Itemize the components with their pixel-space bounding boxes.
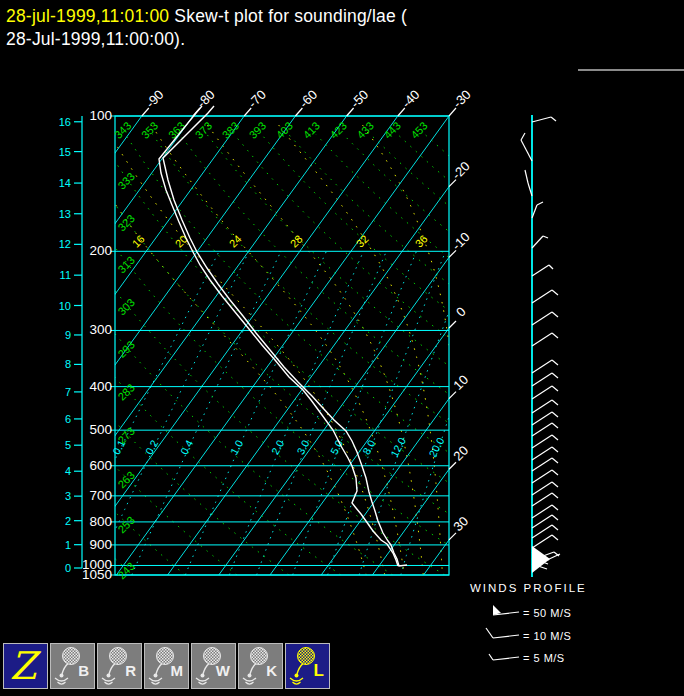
svg-text:2: 2 bbox=[65, 515, 71, 527]
pressure-axis-labels: 10020030040050060070080090010001050 bbox=[82, 108, 112, 582]
svg-text:400: 400 bbox=[89, 379, 112, 394]
svg-text:-20: -20 bbox=[449, 159, 473, 183]
svg-text:7: 7 bbox=[65, 386, 71, 398]
svg-text:5.0: 5.0 bbox=[328, 438, 346, 457]
svg-text:200: 200 bbox=[89, 243, 112, 258]
svg-text:413: 413 bbox=[301, 119, 322, 140]
zebra-logo-icon: Z bbox=[4, 644, 47, 688]
svg-text:8: 8 bbox=[65, 358, 71, 370]
svg-text:WINDS PROFILE: WINDS PROFILE bbox=[470, 582, 587, 594]
toolbar-button-letter: L bbox=[314, 661, 324, 681]
svg-text:293: 293 bbox=[115, 338, 136, 359]
svg-text:700: 700 bbox=[89, 488, 112, 503]
wind-barbs bbox=[521, 117, 560, 573]
svg-text:500: 500 bbox=[89, 422, 112, 437]
svg-text:0.4: 0.4 bbox=[178, 438, 196, 457]
svg-text:383: 383 bbox=[220, 119, 241, 140]
svg-text:313: 313 bbox=[115, 254, 136, 275]
svg-text:30: 30 bbox=[450, 513, 471, 534]
svg-text:16: 16 bbox=[59, 116, 71, 128]
svg-text:900: 900 bbox=[89, 537, 112, 552]
svg-text:300: 300 bbox=[89, 322, 112, 337]
svg-text:10: 10 bbox=[59, 300, 71, 312]
toolbar-button-letter: K bbox=[266, 662, 277, 679]
svg-text:-30: -30 bbox=[450, 87, 474, 111]
svg-text:333: 333 bbox=[115, 170, 136, 191]
temperature-trace bbox=[163, 106, 407, 566]
svg-text:323: 323 bbox=[115, 212, 136, 233]
toolbar: ZBRMWKL bbox=[3, 643, 330, 689]
svg-text:3: 3 bbox=[65, 490, 71, 502]
svg-text:253: 253 bbox=[115, 514, 136, 535]
svg-text:-90: -90 bbox=[143, 87, 167, 111]
svg-text:8.0: 8.0 bbox=[360, 438, 378, 457]
toolbar-button-zebra-logo[interactable]: Z bbox=[3, 643, 48, 689]
svg-text:600: 600 bbox=[89, 458, 112, 473]
toolbar-button-letter: M bbox=[171, 662, 184, 679]
svg-text:= 5 M/S: = 5 M/S bbox=[523, 652, 565, 664]
svg-text:373: 373 bbox=[193, 119, 214, 140]
app-window: 28-jul-1999,11:01:00 Skew-t plot for sou… bbox=[0, 0, 684, 696]
svg-text:353: 353 bbox=[139, 119, 160, 140]
mixing-ratio-labels: 0.10.20.41.02.03.05.08.012.020.0 bbox=[110, 435, 447, 459]
svg-text:Z: Z bbox=[10, 644, 42, 688]
svg-text:263: 263 bbox=[115, 469, 136, 490]
toolbar-button-l[interactable]: L bbox=[285, 643, 330, 689]
svg-text:4: 4 bbox=[65, 465, 71, 477]
pressure-lines bbox=[111, 116, 449, 575]
svg-text:1.0: 1.0 bbox=[228, 438, 246, 457]
svg-text:-40: -40 bbox=[399, 87, 423, 111]
svg-text:453: 453 bbox=[408, 119, 429, 140]
toolbar-button-letter: R bbox=[125, 662, 136, 679]
svg-text:393: 393 bbox=[247, 119, 268, 140]
toolbar-button-b[interactable]: B bbox=[50, 643, 95, 689]
svg-text:20: 20 bbox=[450, 443, 471, 464]
svg-text:283: 283 bbox=[115, 381, 136, 402]
svg-text:0: 0 bbox=[453, 304, 469, 320]
svg-text:1050: 1050 bbox=[82, 567, 112, 582]
svg-text:303: 303 bbox=[115, 296, 136, 317]
svg-text:100: 100 bbox=[89, 108, 112, 123]
flag-50-icon bbox=[493, 605, 501, 615]
svg-text:14: 14 bbox=[59, 177, 71, 189]
svg-text:36: 36 bbox=[413, 233, 430, 250]
svg-text:= 50 M/S: = 50 M/S bbox=[523, 607, 571, 619]
svg-text:3.0: 3.0 bbox=[294, 438, 312, 457]
isotherms bbox=[0, 116, 684, 575]
toolbar-button-r[interactable]: R bbox=[97, 643, 142, 689]
svg-text:15: 15 bbox=[59, 146, 71, 158]
svg-text:6: 6 bbox=[65, 413, 71, 425]
dewpoint-trace bbox=[159, 106, 398, 566]
moist-adiabat-labels: 162024283236 bbox=[130, 233, 430, 250]
wind-legend: WINDS PROFILE= 50 M/S= 10 M/S= 5 M/S bbox=[470, 582, 587, 664]
dry-adiabats bbox=[0, 135, 684, 575]
svg-text:0: 0 bbox=[65, 562, 71, 574]
toolbar-button-k[interactable]: K bbox=[238, 643, 283, 689]
svg-text:20.0: 20.0 bbox=[426, 435, 446, 459]
toolbar-button-letter: W bbox=[216, 662, 230, 679]
svg-text:1: 1 bbox=[65, 539, 71, 551]
svg-text:5: 5 bbox=[65, 439, 71, 451]
svg-text:-50: -50 bbox=[347, 87, 371, 111]
svg-text:800: 800 bbox=[89, 514, 112, 529]
svg-text:443: 443 bbox=[381, 119, 402, 140]
svg-text:32: 32 bbox=[354, 233, 371, 250]
toolbar-button-m[interactable]: M bbox=[144, 643, 189, 689]
svg-text:-70: -70 bbox=[245, 87, 269, 111]
svg-text:403: 403 bbox=[274, 119, 295, 140]
toolbar-button-letter: B bbox=[78, 662, 89, 679]
svg-text:-10: -10 bbox=[449, 229, 473, 253]
skewt-chart: 3433533633733833934034134234334434533333… bbox=[0, 0, 684, 696]
svg-text:13: 13 bbox=[59, 208, 71, 220]
svg-text:2.0: 2.0 bbox=[269, 438, 287, 457]
toolbar-button-w[interactable]: W bbox=[191, 643, 236, 689]
svg-text:= 10 M/S: = 10 M/S bbox=[523, 630, 571, 642]
svg-text:16: 16 bbox=[130, 233, 147, 250]
svg-text:11: 11 bbox=[60, 269, 71, 281]
svg-text:24: 24 bbox=[227, 233, 244, 250]
svg-text:433: 433 bbox=[354, 119, 375, 140]
svg-text:9: 9 bbox=[65, 329, 71, 341]
svg-text:-80: -80 bbox=[194, 87, 218, 111]
svg-text:12: 12 bbox=[59, 238, 71, 250]
svg-text:243: 243 bbox=[115, 560, 136, 581]
